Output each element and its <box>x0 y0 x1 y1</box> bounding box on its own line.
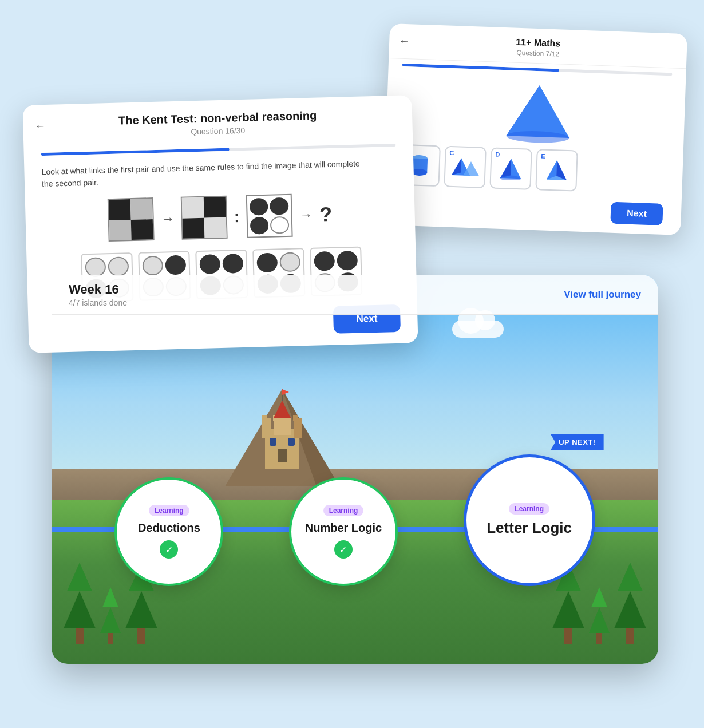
svg-marker-19 <box>282 389 289 395</box>
island2-badge: Learning <box>323 505 364 516</box>
arrow-1: → <box>161 211 175 227</box>
svg-marker-28 <box>452 158 461 176</box>
svg-rect-3 <box>262 418 271 438</box>
week-info: Week 16 4/7 islands done <box>69 282 127 307</box>
view-journey-button[interactable]: View full journey <box>564 289 641 300</box>
nvr-back-button[interactable]: ← <box>34 119 46 133</box>
island1-badge: Learning <box>149 505 189 516</box>
journey-header: Week 16 4/7 islands done View full journ… <box>52 275 658 315</box>
choice-c[interactable]: C <box>444 146 486 188</box>
choice-e[interactable]: E <box>535 149 578 191</box>
pyramid-3d-shape <box>500 81 571 141</box>
island2-title: Number Logic <box>305 521 382 535</box>
math-card-header: ← 11+ Maths Question 7/12 <box>389 23 687 69</box>
island3-title: Letter Logic <box>487 519 572 537</box>
island2-check: ✓ <box>334 540 353 559</box>
island1-check: ✓ <box>160 540 178 559</box>
svg-marker-22 <box>507 84 571 138</box>
shape-choices: B C D <box>398 144 669 195</box>
nvr-header: ← The Kent Test: non-verbal reasoning Qu… <box>22 95 413 148</box>
svg-rect-11 <box>278 418 282 421</box>
choice-d[interactable]: D <box>489 147 532 189</box>
island-letter-logic[interactable]: UP NEXT! Learning Letter Logic <box>464 454 595 586</box>
nvr-body: Look at what links the first pair and us… <box>24 146 418 353</box>
pattern-box-1 <box>108 197 155 242</box>
island-number-logic[interactable]: Learning Number Logic ✓ <box>289 477 398 586</box>
island1-title: Deductions <box>138 521 200 535</box>
svg-rect-8 <box>293 415 298 421</box>
week-label: Week 16 <box>69 282 127 297</box>
pattern-box-2 <box>181 196 228 240</box>
trees-right <box>552 577 646 644</box>
shape-display <box>400 78 672 144</box>
math-next-button[interactable]: Next <box>611 202 663 225</box>
islands-container: Learning Deductions ✓ Learning Number Lo… <box>82 454 628 586</box>
svg-rect-6 <box>262 415 267 421</box>
up-next-badge: UP NEXT! <box>551 434 603 450</box>
trees-left <box>64 577 157 644</box>
math-back-button[interactable]: ← <box>398 34 410 48</box>
nvr-instruction: Look at what links the first pair and us… <box>41 157 397 190</box>
svg-marker-31 <box>500 159 511 179</box>
svg-rect-9 <box>297 418 302 421</box>
circle-grid-1 <box>246 194 292 238</box>
island3-badge: Learning <box>509 503 549 515</box>
colon-separator: : <box>234 208 240 226</box>
math-card: ← 11+ Maths Question 7/12 <box>383 23 687 235</box>
svg-rect-7 <box>266 418 271 421</box>
progress-label: 4/7 islands done <box>69 298 127 307</box>
svg-rect-4 <box>294 418 302 438</box>
analogy-row: → : → ? <box>42 191 398 243</box>
svg-rect-16 <box>288 438 295 446</box>
arrow-2: → <box>299 207 313 223</box>
math-card-body: B C D <box>383 66 686 235</box>
cloud-2 <box>452 321 504 338</box>
svg-rect-13 <box>287 418 291 421</box>
island-deductions[interactable]: Learning Deductions ✓ <box>114 477 223 586</box>
question-mark: ? <box>319 202 333 227</box>
svg-rect-15 <box>270 438 276 446</box>
